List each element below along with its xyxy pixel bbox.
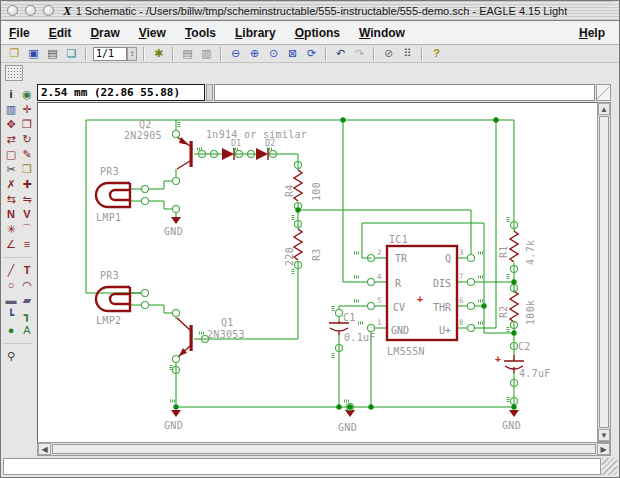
scroll-up-arrow[interactable]: ▲ [598, 103, 610, 115]
schematic-label: GND [338, 422, 357, 433]
pin-circle [142, 198, 149, 205]
menu-item-draw[interactable]: Draw [90, 26, 119, 40]
run-ulp-button[interactable]: ▥ [198, 46, 215, 61]
tool-copy-icon[interactable]: ❐ [19, 117, 35, 132]
zoom-full-button[interactable]: ⊙ [265, 46, 282, 61]
run-script-button[interactable]: ▤ [179, 46, 196, 61]
tool-replace-icon[interactable]: ⇋ [19, 192, 35, 207]
tool-junction-icon[interactable]: ● [3, 323, 19, 338]
undo-button[interactable]: ↶ [332, 46, 349, 61]
tool-delete-icon[interactable]: ✗ [3, 177, 19, 192]
tool-net-icon[interactable]: ┓ [19, 308, 35, 323]
tool-move-icon[interactable]: ✥ [3, 117, 19, 132]
tool-name-icon[interactable]: N [3, 207, 19, 222]
zoom-redraw-button[interactable]: ⟳ [303, 46, 320, 61]
minimize-button[interactable] [25, 5, 36, 16]
tool-wire-icon[interactable]: ╱ [3, 263, 19, 278]
tool-text-icon[interactable]: T [19, 263, 35, 278]
component-r2-resistor[interactable] [510, 291, 518, 322]
horizontal-scroll-thumb[interactable] [52, 444, 596, 454]
tool-circle-icon[interactable]: ○ [3, 278, 19, 293]
zoom-select-button[interactable]: ⊠ [284, 46, 301, 61]
zoom-button[interactable] [43, 5, 54, 16]
tool-smash-icon[interactable]: ✳ [3, 222, 19, 237]
horizontal-scrollbar[interactable]: ◀ ▶ [37, 442, 611, 456]
component-r1-resistor[interactable] [510, 231, 518, 262]
component-lmp1-lamp[interactable] [96, 183, 130, 207]
corner-button[interactable] [596, 84, 611, 101]
component-d2-diode[interactable] [256, 148, 268, 160]
resize-grip[interactable] [602, 458, 617, 475]
schematic-label: 2N2905 [124, 130, 162, 141]
menu-item-view[interactable]: View [139, 26, 166, 40]
work-area: i◉▥✛✥❐⇄↻▢✎✂❒✗✚⇆⇋NV✳⌒∠≡╱T○◠▬▰┗┓●A⚲ 2.54 m… [1, 83, 619, 456]
tool-info-icon[interactable]: i [3, 87, 19, 102]
tool-add-icon[interactable]: ✚ [19, 177, 35, 192]
status-text-field[interactable] [3, 458, 601, 475]
redo-button[interactable]: ↷ [351, 46, 368, 61]
sheet-number-input[interactable] [93, 47, 127, 61]
tool-show-icon[interactable]: ◉ [19, 87, 35, 102]
sheet-spinner[interactable]: ↕ [127, 47, 137, 61]
vertical-scroll-thumb[interactable] [599, 116, 609, 428]
tool-display-icon[interactable]: ▥ [3, 102, 19, 117]
schematic-canvas[interactable]: Q22N29051n914 or similarD1D2R4100220R3PR… [38, 103, 597, 442]
menu-item-edit[interactable]: Edit [49, 26, 72, 40]
menu-item-help[interactable]: Help [579, 26, 605, 40]
zoom-in-button[interactable]: ⊕ [246, 46, 263, 61]
tool-group-icon[interactable]: ▢ [3, 147, 19, 162]
tool-cut-icon[interactable]: ✂ [3, 162, 19, 177]
component-q1-2n3053[interactable] [177, 318, 193, 357]
title-bar[interactable]: X 1 Schematic - /Users/billw/tmp/schemin… [1, 1, 619, 21]
tool-rect-icon[interactable]: ▬ [3, 293, 19, 308]
scroll-left-arrow[interactable]: ◀ [38, 443, 51, 455]
print-button[interactable]: ▤ [44, 46, 61, 61]
component-r3-resistor[interactable] [294, 229, 302, 260]
tool-pinswap-icon[interactable]: ⇆ [3, 192, 19, 207]
use-library-button[interactable]: ✱ [150, 46, 167, 61]
tool-bus-icon[interactable]: ┗ [3, 308, 19, 323]
menu-item-window[interactable]: Window [359, 26, 405, 40]
close-button[interactable] [7, 5, 18, 16]
component-r4-resistor[interactable] [294, 170, 302, 201]
stop-button[interactable]: ⊘ [380, 46, 397, 61]
menu-item-tools[interactable]: Tools [185, 26, 216, 40]
tool-split-icon[interactable]: ∠ [3, 237, 19, 252]
tool-miter-icon[interactable]: ⌒ [19, 222, 35, 237]
junction-dot [511, 279, 516, 284]
tool-label-icon[interactable]: A [19, 323, 35, 338]
open-button[interactable]: ❒ [6, 46, 23, 61]
vertical-scrollbar[interactable]: ▲ ▼ [597, 102, 611, 442]
tool-invoke-icon[interactable]: ≡ [19, 237, 35, 252]
component-lmp2-lamp[interactable] [96, 287, 130, 311]
command-line-input[interactable] [214, 84, 595, 101]
junction-dot [347, 404, 352, 409]
pin-circle [173, 356, 180, 363]
tool-arc-icon[interactable]: ◠ [19, 278, 35, 293]
tool-polygon-icon[interactable]: ▰ [19, 293, 35, 308]
tool-paste-icon[interactable]: ❒ [19, 162, 35, 177]
help-button[interactable]: ? [428, 46, 445, 61]
tool-mark-icon[interactable]: ✛ [19, 102, 35, 117]
coordinate-splitter[interactable] [206, 84, 213, 101]
tool-value-icon[interactable]: V [19, 207, 35, 222]
coordinate-display: 2.54 mm (22.86 55.88) [37, 84, 205, 101]
menu-item-file[interactable]: File [9, 26, 30, 40]
menu-item-library[interactable]: Library [235, 26, 276, 40]
scroll-down-arrow[interactable]: ▼ [598, 429, 610, 441]
export-cam-button[interactable]: ❏ [63, 46, 80, 61]
go-traffic-light-button[interactable]: ⠿ [399, 46, 416, 61]
save-button[interactable]: ▣ [25, 46, 42, 61]
scroll-right-arrow[interactable]: ▶ [597, 443, 610, 455]
tool-rotate-icon[interactable]: ↻ [19, 132, 35, 147]
component-q2-2n2905[interactable] [177, 137, 193, 169]
component-d1-diode[interactable] [222, 148, 234, 160]
zoom-out-button[interactable]: ⊖ [227, 46, 244, 61]
menu-item-options[interactable]: Options [295, 26, 340, 40]
grid-button[interactable] [5, 65, 23, 81]
tool-change-icon[interactable]: ✎ [19, 147, 35, 162]
schematic-label: 2N3053 [207, 329, 245, 340]
net-wires[interactable] [86, 120, 514, 410]
tool-erc-icon[interactable]: ⚲ [3, 349, 19, 364]
tool-mirror-icon[interactable]: ⇄ [3, 132, 19, 147]
